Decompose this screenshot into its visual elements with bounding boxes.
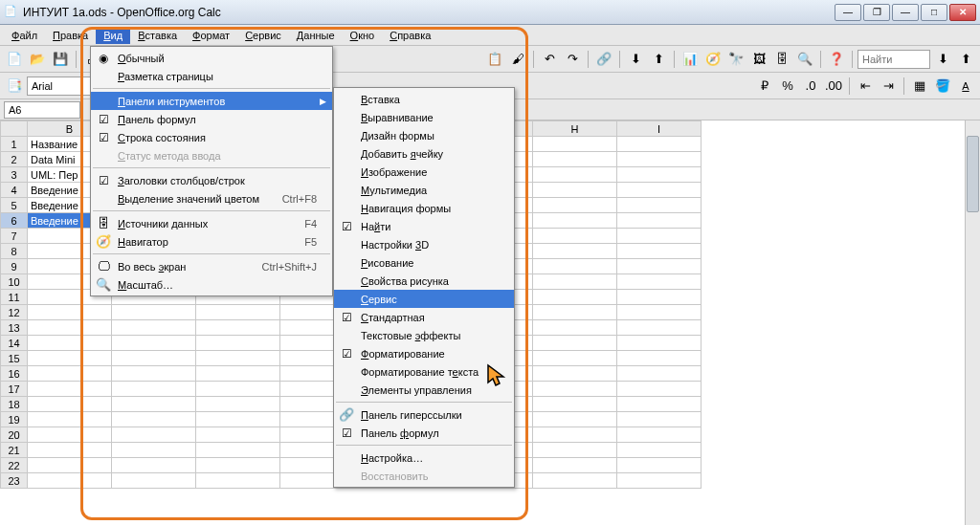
cell[interactable] bbox=[617, 473, 702, 489]
cell[interactable] bbox=[196, 336, 280, 351]
cell[interactable] bbox=[617, 427, 702, 443]
cell[interactable] bbox=[617, 259, 702, 274]
minimize-button[interactable]: — bbox=[835, 4, 861, 21]
submenu-item[interactable]: 🔗Панель гиперссылки bbox=[334, 405, 514, 424]
cell-reference[interactable]: A6 bbox=[4, 101, 80, 119]
paste-icon[interactable]: 📋 bbox=[484, 49, 505, 70]
row-header[interactable]: 14 bbox=[1, 336, 28, 351]
row-header[interactable]: 16 bbox=[1, 366, 28, 382]
cell[interactable] bbox=[28, 473, 112, 489]
cell[interactable] bbox=[28, 412, 112, 427]
cell[interactable] bbox=[533, 244, 617, 259]
cell[interactable] bbox=[28, 305, 112, 320]
row-header[interactable]: 5 bbox=[1, 198, 28, 213]
menu-item[interactable]: 🗄Источники данныхF4 bbox=[91, 214, 332, 232]
cell[interactable] bbox=[617, 244, 702, 259]
cell[interactable] bbox=[533, 198, 617, 213]
submenu-item[interactable]: Сервис bbox=[334, 290, 514, 308]
menu-item[interactable]: 🔍Масштаб… bbox=[91, 275, 332, 294]
cell[interactable] bbox=[533, 213, 617, 229]
row-header[interactable]: 10 bbox=[1, 274, 28, 290]
submenu-item[interactable]: ☑Форматирование bbox=[334, 344, 514, 362]
cell[interactable] bbox=[28, 443, 112, 458]
cell[interactable] bbox=[617, 320, 702, 336]
cell[interactable] bbox=[617, 183, 702, 198]
binoc-icon[interactable]: 🔭 bbox=[725, 49, 746, 70]
cell[interactable] bbox=[28, 320, 112, 336]
cell[interactable] bbox=[617, 137, 702, 152]
submenu-item[interactable]: Мультимедиа bbox=[334, 181, 514, 199]
cell[interactable] bbox=[617, 167, 702, 183]
link-icon[interactable]: 🔗 bbox=[593, 49, 614, 70]
row-header[interactable]: 17 bbox=[1, 382, 28, 397]
menu-item[interactable]: ◉Обычный bbox=[91, 49, 332, 67]
scrollbar-thumb[interactable] bbox=[967, 136, 979, 212]
open-icon[interactable]: 📂 bbox=[27, 49, 48, 70]
cell[interactable] bbox=[112, 351, 196, 366]
submenu-item[interactable]: Настройки 3D bbox=[334, 235, 514, 253]
cell[interactable] bbox=[28, 351, 112, 366]
save-icon[interactable]: 💾 bbox=[50, 49, 71, 70]
menu-формат[interactable]: Формат bbox=[185, 27, 237, 44]
menu-вид[interactable]: Вид bbox=[96, 27, 130, 44]
cell[interactable] bbox=[617, 305, 702, 320]
row-header[interactable]: 7 bbox=[1, 229, 28, 244]
menu-окно[interactable]: Окно bbox=[343, 27, 383, 44]
cell[interactable] bbox=[112, 305, 196, 320]
cell[interactable] bbox=[533, 366, 617, 382]
menu-item[interactable]: Панели инструментов▶ bbox=[91, 92, 332, 110]
chart-icon[interactable]: 📊 bbox=[679, 49, 701, 70]
cell[interactable] bbox=[617, 366, 702, 382]
zoom-icon[interactable]: 🔍 bbox=[794, 49, 815, 70]
col-header-I[interactable]: I bbox=[617, 121, 702, 137]
cell[interactable] bbox=[112, 427, 196, 443]
cell[interactable] bbox=[196, 320, 280, 336]
help-icon[interactable]: ❓ bbox=[826, 49, 847, 70]
cell[interactable] bbox=[533, 167, 617, 183]
row-header[interactable]: 9 bbox=[1, 259, 28, 274]
submenu-item[interactable]: Свойства рисунка bbox=[334, 272, 514, 290]
submenu-item[interactable]: Рисование bbox=[334, 253, 514, 272]
cell[interactable] bbox=[533, 320, 617, 336]
submenu-item[interactable]: Добавить ячейку bbox=[334, 144, 514, 163]
close-button[interactable]: ✕ bbox=[949, 4, 976, 21]
row-header[interactable]: 22 bbox=[1, 458, 28, 473]
menu-item[interactable]: Выделение значений цветомCtrl+F8 bbox=[91, 189, 332, 208]
indent-dec-icon[interactable]: ⇤ bbox=[855, 76, 876, 97]
cell[interactable] bbox=[533, 397, 617, 412]
cell[interactable] bbox=[617, 213, 702, 229]
cell[interactable] bbox=[112, 336, 196, 351]
cell[interactable] bbox=[196, 382, 280, 397]
bgcolor-icon[interactable]: 🪣 bbox=[932, 76, 953, 97]
row-header[interactable]: 3 bbox=[1, 167, 28, 183]
cell[interactable] bbox=[28, 427, 112, 443]
sort-desc-icon[interactable]: ⬆ bbox=[648, 49, 669, 70]
cell[interactable] bbox=[112, 412, 196, 427]
undo-icon[interactable]: ↶ bbox=[539, 49, 560, 70]
submenu-item[interactable]: ☑Стандартная bbox=[334, 308, 514, 326]
submenu-item[interactable]: Выравнивание bbox=[334, 108, 514, 126]
menu-item[interactable]: 🖵Во весь экранCtrl+Shift+J bbox=[91, 257, 332, 275]
row-header[interactable]: 8 bbox=[1, 244, 28, 259]
cell[interactable] bbox=[533, 229, 617, 244]
vertical-scrollbar[interactable] bbox=[965, 120, 980, 525]
cell[interactable] bbox=[112, 458, 196, 473]
row-header[interactable]: 11 bbox=[1, 290, 28, 305]
row-header[interactable]: 12 bbox=[1, 305, 28, 320]
row-header[interactable]: 2 bbox=[1, 152, 28, 167]
row-header[interactable]: 4 bbox=[1, 183, 28, 198]
cell[interactable] bbox=[196, 397, 280, 412]
row-header[interactable]: 1 bbox=[1, 137, 28, 152]
restore-button[interactable]: ❐ bbox=[863, 4, 890, 21]
row-header[interactable]: 18 bbox=[1, 397, 28, 412]
cell[interactable] bbox=[196, 427, 280, 443]
row-header[interactable]: 23 bbox=[1, 473, 28, 489]
cell[interactable] bbox=[617, 397, 702, 412]
cell[interactable] bbox=[533, 443, 617, 458]
row-header[interactable]: 21 bbox=[1, 443, 28, 458]
sort-asc-icon[interactable]: ⬇ bbox=[625, 49, 646, 70]
submenu-item[interactable]: Настройка… bbox=[334, 448, 514, 467]
cell[interactable] bbox=[196, 443, 280, 458]
cell[interactable] bbox=[196, 412, 280, 427]
cell[interactable] bbox=[617, 412, 702, 427]
